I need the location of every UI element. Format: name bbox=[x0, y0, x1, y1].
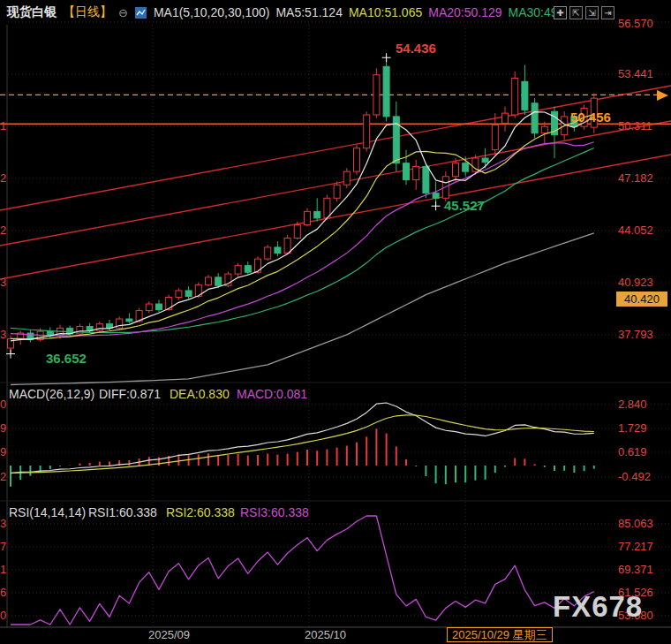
price-axis-label: 37.793 bbox=[618, 329, 653, 341]
rsi1-value: RSI1:60.338 bbox=[88, 505, 157, 519]
chart-header: 现货白银 【日线】 ⊖ MA1(5,10,20,30,100) MA5:51.1… bbox=[7, 4, 561, 20]
price-axis-label: 50.311 bbox=[618, 120, 652, 133]
ma20-value: MA20:50.129 bbox=[428, 5, 501, 19]
rsi-left-clip: 3 bbox=[0, 518, 9, 530]
pullback-low-annotation: 45.527 bbox=[444, 200, 485, 212]
x-axis-month-label: 2025/10 bbox=[305, 629, 346, 641]
chart-canvas[interactable] bbox=[0, 0, 671, 644]
rsi-left-clip: 0 bbox=[0, 610, 9, 622]
left-axis-clip: 2 bbox=[0, 172, 9, 185]
rsi-left-clip: 6 bbox=[0, 587, 9, 599]
macd-axis-label: 2.840 bbox=[618, 398, 647, 411]
move-crosshair-icon[interactable]: ✚ bbox=[554, 6, 567, 19]
rsi-left-clip: 1 bbox=[0, 564, 9, 576]
rsi-axis-label: 69.371 bbox=[618, 564, 653, 576]
fit-left-icon[interactable]: ⇱ bbox=[569, 6, 583, 19]
instrument-title: 现货白银 bbox=[7, 4, 57, 20]
left-axis-clip: 1 bbox=[0, 120, 9, 133]
fit-right-icon[interactable]: ⇲ bbox=[585, 6, 599, 19]
rsi2-value: RSI2:60.338 bbox=[166, 505, 235, 519]
ma-params-label: MA1(5,10,20,30,100) bbox=[154, 5, 270, 19]
left-axis-clip: 3 bbox=[0, 277, 9, 289]
left-axis-clip: 2 bbox=[0, 224, 9, 237]
macd-axis-label: 1.729 bbox=[618, 422, 647, 435]
rsi-axis-label: 77.217 bbox=[618, 541, 653, 553]
level-tag-40420: 40.420 bbox=[616, 292, 667, 307]
price-axis-label: 40.923 bbox=[618, 277, 653, 289]
price-axis-label: 53.441 bbox=[618, 68, 653, 80]
x-axis-month-label: 2025/09 bbox=[148, 629, 190, 641]
timeframe-label: 【日线】 bbox=[63, 4, 112, 20]
rsi-axis-label: 85.063 bbox=[618, 518, 653, 530]
ma10-value: MA10:51.065 bbox=[349, 5, 422, 19]
macd-left-clip: 0 bbox=[0, 398, 9, 411]
chart-toolbar: ✚ ⇱ ⇲ ⇥ bbox=[554, 6, 614, 19]
shift-right-icon[interactable]: ⇥ bbox=[601, 6, 614, 19]
trading-chart-window: 现货白银 【日线】 ⊖ MA1(5,10,20,30,100) MA5:51.1… bbox=[0, 0, 671, 644]
mini-chart-icon[interactable] bbox=[134, 6, 147, 19]
rsi3-value: RSI3:60.338 bbox=[240, 505, 309, 519]
current-date-box: 2025/10/29 星期三 bbox=[447, 627, 553, 642]
rsi-title: RSI(14,14,14) bbox=[9, 505, 86, 519]
macd-axis-label: -0.492 bbox=[618, 471, 651, 483]
last-price-label: 50.456 bbox=[570, 111, 611, 124]
macd-diff-value: DIFF:0.871 bbox=[99, 387, 161, 401]
high-price-annotation: 54.436 bbox=[396, 42, 436, 55]
ma5-value: MA5:51.124 bbox=[275, 5, 343, 19]
price-axis-label: 56.570 bbox=[618, 18, 653, 30]
macd-title: MACD(26,12,9) bbox=[9, 387, 94, 401]
macd-hist-value: MACD:0.081 bbox=[237, 387, 307, 401]
macd-dea-value: DEA:0.830 bbox=[170, 387, 230, 401]
macd-axis-label: 0.619 bbox=[618, 446, 647, 458]
macd-left-clip: 9 bbox=[0, 446, 9, 458]
watermark: FX678 bbox=[553, 590, 643, 624]
collapse-icon[interactable]: ⊖ bbox=[118, 6, 128, 19]
left-axis-clip: 3 bbox=[0, 329, 9, 341]
rsi-left-clip: 7 bbox=[0, 541, 9, 553]
macd-left-clip: 9 bbox=[0, 422, 9, 435]
macd-left-clip: 2 bbox=[0, 471, 9, 483]
left-low-annotation: 36.652 bbox=[46, 352, 87, 365]
price-axis-label: 44.052 bbox=[618, 224, 653, 237]
price-axis-label: 47.182 bbox=[618, 172, 653, 185]
